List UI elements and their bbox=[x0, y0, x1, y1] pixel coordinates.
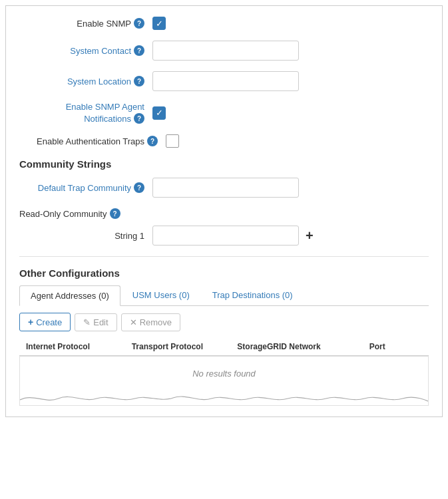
default-trap-community-row: Default Trap Community ? bbox=[19, 178, 429, 198]
string1-input[interactable] bbox=[152, 226, 299, 246]
col-storagegrid-network: StorageGRID Network bbox=[237, 342, 369, 351]
toolbar-row: + Create ✎ Edit ✕ Remove bbox=[19, 313, 429, 331]
default-trap-community-input[interactable] bbox=[152, 178, 299, 198]
tab-trap-destinations-label: Trap Destinations (0) bbox=[212, 290, 293, 300]
default-trap-community-help-icon[interactable]: ? bbox=[134, 182, 144, 193]
create-button[interactable]: + Create bbox=[19, 313, 71, 331]
tab-trap-destinations[interactable]: Trap Destinations (0) bbox=[202, 285, 304, 305]
no-results-message: No results found bbox=[20, 357, 428, 391]
enable-snmp-agent-label: Enable SNMP Agent Notifications ? bbox=[19, 102, 152, 124]
system-contact-help-icon[interactable]: ? bbox=[134, 45, 144, 56]
enable-auth-traps-help-icon[interactable]: ? bbox=[147, 136, 158, 146]
system-location-label: System Location ? bbox=[19, 76, 152, 86]
tabs-row: Agent Addresses (0) USM Users (0) Trap D… bbox=[19, 285, 429, 306]
edit-button-label: Edit bbox=[93, 317, 108, 327]
table-body: No results found bbox=[19, 356, 429, 406]
enable-snmp-agent-text2: Notifications bbox=[84, 114, 131, 124]
tab-usm-users-label: USM Users (0) bbox=[132, 290, 190, 300]
read-only-community-label: Read-Only Community ? bbox=[19, 208, 126, 219]
create-button-label: Create bbox=[36, 317, 62, 327]
community-strings-heading: Community Strings bbox=[19, 158, 429, 170]
tab-agent-addresses[interactable]: Agent Addresses (0) bbox=[19, 285, 120, 306]
divider1 bbox=[19, 256, 429, 257]
system-contact-row: System Contact ? bbox=[19, 41, 429, 61]
other-configurations-heading: Other Configurations bbox=[19, 267, 429, 279]
remove-button[interactable]: ✕ Remove bbox=[121, 313, 180, 331]
remove-times-icon: ✕ bbox=[130, 317, 137, 327]
read-only-community-row: Read-Only Community ? bbox=[19, 208, 429, 219]
enable-snmp-checkmark: ✓ bbox=[156, 19, 163, 29]
enable-snmp-text: Enable SNMP bbox=[77, 19, 131, 29]
enable-auth-traps-row: Enable Authentication Traps ? bbox=[19, 134, 429, 148]
enable-snmp-agent-row: Enable SNMP Agent Notifications ? ✓ bbox=[19, 102, 429, 124]
enable-snmp-agent-checkbox[interactable]: ✓ bbox=[152, 106, 166, 120]
read-only-community-text: Read-Only Community bbox=[19, 209, 107, 219]
col-internet-protocol: Internet Protocol bbox=[26, 342, 132, 351]
enable-snmp-checkbox[interactable]: ✓ bbox=[152, 17, 166, 30]
string1-label: String 1 bbox=[19, 231, 152, 241]
tab-agent-addresses-label: Agent Addresses (0) bbox=[31, 291, 109, 301]
remove-button-label: Remove bbox=[140, 317, 172, 327]
enable-snmp-help-icon[interactable]: ? bbox=[134, 18, 144, 29]
system-location-help-icon[interactable]: ? bbox=[134, 76, 144, 86]
read-only-community-help-icon[interactable]: ? bbox=[110, 208, 120, 219]
edit-pencil-icon: ✎ bbox=[83, 317, 91, 327]
col-port: Port bbox=[369, 342, 422, 351]
system-location-text: System Location bbox=[67, 77, 131, 86]
enable-snmp-agent-text1: Enable SNMP Agent bbox=[66, 102, 144, 112]
add-string-button[interactable]: + bbox=[306, 228, 314, 244]
enable-auth-traps-label: Enable Authentication Traps ? bbox=[19, 136, 166, 146]
enable-auth-traps-checkbox[interactable] bbox=[166, 134, 179, 148]
default-trap-community-text: Default Trap Community bbox=[38, 183, 131, 193]
system-contact-input[interactable] bbox=[152, 41, 299, 61]
string1-row: String 1 + bbox=[19, 226, 429, 246]
system-location-input[interactable] bbox=[152, 71, 299, 91]
enable-auth-traps-text: Enable Authentication Traps bbox=[37, 136, 144, 146]
enable-snmp-agent-checkmark: ✓ bbox=[156, 108, 163, 118]
default-trap-community-label: Default Trap Community ? bbox=[19, 182, 152, 193]
main-container: Enable SNMP ? ✓ System Contact ? System … bbox=[5, 5, 443, 417]
edit-button[interactable]: ✎ Edit bbox=[75, 313, 116, 331]
col-transport-protocol: Transport Protocol bbox=[132, 342, 238, 351]
create-plus-icon: + bbox=[28, 317, 33, 327]
tab-usm-users[interactable]: USM Users (0) bbox=[122, 285, 200, 305]
table-header: Internet Protocol Transport Protocol Sto… bbox=[19, 338, 429, 356]
system-contact-text: System Contact bbox=[70, 46, 131, 56]
enable-snmp-label: Enable SNMP ? bbox=[19, 18, 152, 29]
system-contact-label: System Contact ? bbox=[19, 45, 152, 56]
enable-snmp-row: Enable SNMP ? ✓ bbox=[19, 17, 429, 30]
enable-snmp-agent-help-icon[interactable]: ? bbox=[134, 113, 144, 124]
system-location-row: System Location ? bbox=[19, 71, 429, 91]
wavy-decoration bbox=[20, 391, 428, 405]
